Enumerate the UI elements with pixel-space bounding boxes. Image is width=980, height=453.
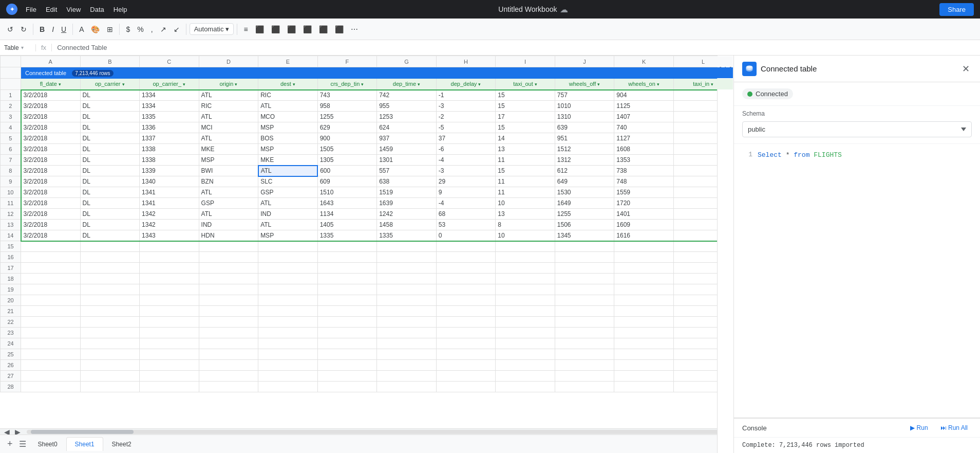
table-cell[interactable]: 1338 [140, 144, 199, 155]
table-cell[interactable]: 1340 [140, 176, 199, 187]
empty-cell[interactable] [21, 284, 81, 295]
filter-icon-wheels_off[interactable]: ▾ [597, 82, 600, 87]
table-cell[interactable]: DL [80, 101, 140, 112]
decimal-dec-button[interactable]: ↙ [171, 23, 183, 35]
empty-cell[interactable] [496, 328, 555, 338]
table-cell[interactable]: DL [80, 230, 140, 241]
table-cell[interactable]: 11 [496, 155, 555, 166]
empty-cell[interactable] [21, 241, 81, 252]
table-cell[interactable]: -5 [436, 122, 496, 133]
table-cell[interactable]: 1342 [140, 209, 199, 220]
table-cell[interactable]: 937 [377, 133, 437, 144]
table-cell[interactable]: 15 [496, 122, 555, 133]
empty-cell[interactable] [496, 284, 555, 295]
align-center-button[interactable]: ≡ [240, 23, 251, 35]
table-cell[interactable]: 1639 [377, 198, 437, 209]
table-cell[interactable]: 1255 [555, 209, 614, 220]
table-cell[interactable]: 1335 [317, 230, 377, 241]
align-bottom-button[interactable]: ⬛ [316, 23, 331, 35]
table-cell[interactable]: 3/2/2018 [21, 198, 81, 209]
empty-cell[interactable] [436, 371, 496, 382]
filter-icon-op_carrier_num[interactable]: ▾ [183, 82, 185, 87]
undo-button[interactable]: ↺ [4, 23, 16, 35]
align-top-button[interactable]: ⬛ [284, 23, 299, 35]
table-cell[interactable]: GSP [258, 187, 318, 198]
table-cell[interactable]: 612 [555, 166, 614, 176]
empty-cell[interactable] [21, 349, 81, 360]
table-cell[interactable]: 1312 [555, 155, 614, 166]
empty-cell[interactable] [555, 328, 614, 338]
table-cell[interactable]: 1407 [614, 112, 674, 122]
table-cell[interactable]: 1506 [555, 220, 614, 230]
empty-cell[interactable] [140, 360, 199, 371]
tab-sheet1[interactable]: Sheet1 [66, 437, 103, 451]
empty-cell[interactable] [140, 306, 199, 317]
align-left-button[interactable]: ⬛ [252, 23, 267, 35]
table-cell[interactable]: 1616 [614, 230, 674, 241]
table-cell[interactable]: DL [80, 112, 140, 122]
filter-icon-dep_time[interactable]: ▾ [418, 82, 420, 87]
col-header-I[interactable]: I [496, 56, 555, 67]
col-header-B[interactable]: B [80, 56, 140, 67]
table-cell[interactable]: 1720 [614, 198, 674, 209]
table-cell[interactable]: BZN [199, 176, 258, 187]
empty-cell[interactable] [199, 284, 258, 295]
table-cell[interactable]: IND [199, 220, 258, 230]
menu-file[interactable]: File [26, 6, 36, 13]
empty-cell[interactable] [555, 349, 614, 360]
empty-cell[interactable] [199, 338, 258, 349]
table-cell[interactable]: 15 [496, 101, 555, 112]
empty-cell[interactable] [317, 317, 377, 328]
table-cell[interactable]: 955 [377, 101, 437, 112]
sheet-area[interactable]: A B C D E F G H I J K L [0, 56, 733, 428]
empty-cell[interactable] [377, 306, 437, 317]
table-cell[interactable]: 1335 [140, 112, 199, 122]
table-cell[interactable]: DL [80, 166, 140, 176]
table-cell[interactable]: 1305 [317, 155, 377, 166]
share-button[interactable]: Share [939, 3, 974, 16]
empty-cell[interactable] [21, 382, 81, 392]
table-cell[interactable]: 649 [555, 176, 614, 187]
empty-cell[interactable] [317, 328, 377, 338]
col-header-K[interactable]: K [614, 56, 674, 67]
empty-cell[interactable] [140, 274, 199, 284]
italic-button[interactable]: I [49, 23, 57, 35]
col-header-wheels_on[interactable]: wheels_on ▾ [614, 79, 674, 90]
table-cell[interactable]: ATL [258, 166, 318, 176]
table-cell[interactable]: DL [80, 176, 140, 187]
empty-cell[interactable] [80, 328, 140, 338]
empty-cell[interactable] [317, 371, 377, 382]
empty-cell[interactable] [377, 252, 437, 263]
empty-cell[interactable] [496, 338, 555, 349]
empty-cell[interactable] [436, 382, 496, 392]
empty-cell[interactable] [80, 241, 140, 252]
filter-icon-dest[interactable]: ▾ [293, 82, 295, 87]
empty-cell[interactable] [80, 360, 140, 371]
empty-cell[interactable] [80, 274, 140, 284]
empty-cell[interactable] [199, 274, 258, 284]
table-cell[interactable]: MSP [258, 230, 318, 241]
empty-cell[interactable] [614, 317, 674, 328]
table-cell[interactable]: MSP [258, 122, 318, 133]
table-cell[interactable]: 3/2/2018 [21, 176, 81, 187]
underline-button[interactable]: U [58, 23, 69, 35]
table-cell[interactable]: 743 [317, 90, 377, 101]
empty-cell[interactable] [21, 263, 81, 274]
table-cell[interactable]: 11 [496, 176, 555, 187]
empty-cell[interactable] [317, 252, 377, 263]
col-header-fl_date[interactable]: fl_date ▾ [21, 79, 81, 90]
table-cell[interactable]: 1342 [140, 220, 199, 230]
filter-icon-fl_date[interactable]: ▾ [59, 82, 61, 87]
table-cell[interactable]: 1127 [614, 133, 674, 144]
empty-cell[interactable] [436, 349, 496, 360]
table-cell[interactable]: 9 [436, 187, 496, 198]
table-cell[interactable]: -1 [436, 90, 496, 101]
table-cell[interactable]: 3/2/2018 [21, 122, 81, 133]
empty-cell[interactable] [199, 382, 258, 392]
table-cell[interactable]: 639 [555, 122, 614, 133]
menu-data[interactable]: Data [90, 6, 104, 13]
col-header-dep_time[interactable]: dep_time ▾ [377, 79, 437, 90]
empty-cell[interactable] [80, 263, 140, 274]
table-cell[interactable]: 1608 [614, 144, 674, 155]
table-cell[interactable]: RIC [258, 90, 318, 101]
